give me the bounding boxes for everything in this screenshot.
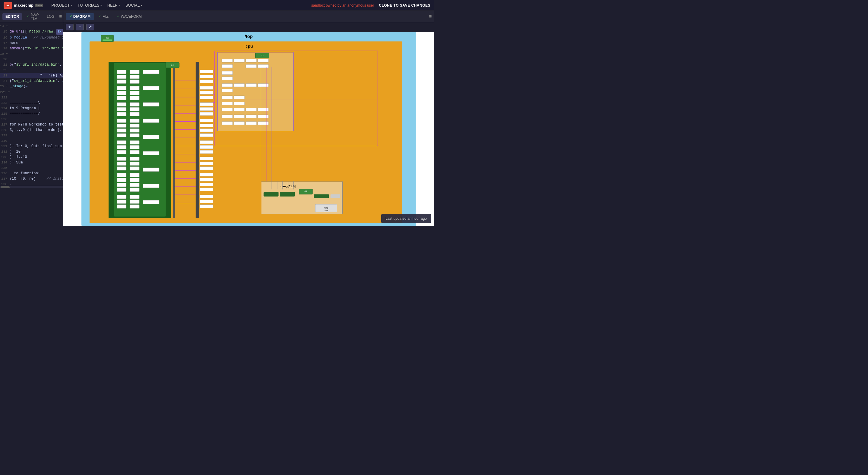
svg-rect-67 — [143, 119, 159, 123]
svg-rect-105 — [200, 133, 213, 137]
svg-rect-23 — [117, 129, 126, 132]
svg-rect-137 — [222, 96, 233, 99]
code-line-235: 235 — [0, 165, 63, 171]
svg-rect-2 — [7, 5, 9, 6]
svg-rect-28 — [117, 157, 126, 161]
svg-rect-52 — [130, 145, 140, 149]
svg-rect-151 — [246, 122, 256, 125]
code-line-16: 16 p_module // (Expanded in Nav-TLV — [0, 35, 63, 40]
editor-tabs: EDITOR ✓ NAV-TLV LOG ⊞ — [0, 11, 63, 22]
zoom-in-button[interactable]: + — [66, 24, 73, 30]
svg-rect-36 — [117, 200, 126, 203]
svg-rect-65 — [143, 86, 159, 90]
editor-scrollbar-thumb[interactable] — [1, 186, 10, 188]
diagram-panel: ✓ DIAGRAM ✓ VIZ ✓ WAVEFORM ⊞ + − ⤢ — [63, 11, 434, 226]
svg-rect-129 — [258, 64, 269, 68]
code-line-231: 231 ): In: 0, Out: final sum — [0, 144, 63, 149]
code-lines: 14 ▾ 15 de_url(['https://raw.githubу E▾ … — [0, 22, 63, 188]
nav-help[interactable]: HELP ▾ — [107, 3, 120, 7]
svg-rect-53 — [130, 150, 140, 154]
svg-rect-118 — [200, 205, 213, 208]
svg-rect-124 — [234, 59, 244, 62]
svg-rect-34 — [117, 188, 126, 192]
svg-rect-32 — [117, 178, 126, 182]
svg-rect-21 — [117, 119, 126, 123]
svg-rect-63 — [130, 205, 140, 209]
svg-text:lcpu: lcpu — [244, 44, 253, 48]
nav-menu: PROJECT ▾ TUTORIALS ▾ HELP ▾ SOCIAL ▾ — [52, 3, 142, 7]
svg-rect-59 — [130, 183, 140, 187]
svg-text:data: data — [324, 209, 328, 212]
code-line-14: 14 ▾ — [0, 24, 63, 29]
code-line-17: 17 here — [0, 40, 63, 46]
tab-diagram[interactable]: ✓ DIAGRAM — [66, 13, 94, 20]
zoom-out-button[interactable]: − — [76, 24, 84, 30]
svg-rect-49 — [130, 129, 140, 132]
svg-rect-102 — [200, 119, 213, 122]
clone-button[interactable]: CLONE TO SAVE CHANGES — [379, 3, 430, 7]
svg-rect-41 — [130, 86, 140, 90]
svg-rect-48 — [130, 124, 140, 128]
svg-rect-71 — [143, 184, 159, 188]
expand-diagram-button[interactable]: ⊞ — [429, 14, 432, 19]
svg-rect-61 — [130, 195, 140, 199]
code-line-237: 237 r10, r0, r0) // Initi — [0, 176, 63, 181]
code-line-236: 236 to function: — [0, 171, 63, 176]
svg-rect-22 — [117, 124, 126, 128]
code-line-232: 232 ): 10 — [0, 149, 63, 155]
svg-rect-57 — [130, 173, 140, 177]
svg-rect-72 — [143, 200, 159, 204]
svg-rect-150 — [234, 122, 244, 125]
svg-rect-68 — [143, 135, 159, 139]
logo-text: makerchip — [14, 3, 33, 7]
svg-rect-62 — [130, 200, 140, 203]
diagram-toolbar: + − ⤢ — [63, 22, 434, 32]
svg-rect-47 — [130, 119, 140, 123]
svg-rect-145 — [222, 115, 233, 118]
code-editor[interactable]: 14 ▾ 15 de_url(['https://raw.githubу E▾ … — [0, 22, 63, 188]
svg-rect-107 — [200, 145, 213, 149]
tab-log[interactable]: LOG — [44, 13, 57, 20]
tab-waveform[interactable]: ✓ WAVEFORM — [113, 13, 145, 20]
svg-rect-37 — [117, 205, 126, 209]
nav-right: sandbox owned by an anonymous user CLONE… — [311, 3, 430, 7]
tab-viz[interactable]: ✓ VIZ — [95, 13, 112, 20]
svg-rect-27 — [117, 150, 126, 154]
svg-rect-99 — [200, 103, 213, 106]
logo-chip — [4, 2, 12, 9]
svg-rect-143 — [246, 108, 256, 111]
svg-rect-98 — [200, 96, 213, 99]
svg-rect-29 — [117, 162, 126, 166]
diagram-check-icon: ✓ — [69, 14, 72, 19]
code-line-221: 221 ▾ — [0, 90, 63, 95]
code-line-21: 21 b("sv_url_inc/data.bin", imemory.m — [0, 62, 63, 67]
diagram-canvas[interactable]: /top lcpu #0 — [63, 32, 434, 226]
tab-nav-tlv[interactable]: ✓ NAV-TLV — [24, 11, 42, 22]
svg-rect-70 — [143, 168, 159, 172]
expand-editor-button[interactable]: ⊞ — [59, 14, 62, 19]
nav-project[interactable]: PROJECT ▾ — [52, 3, 72, 7]
svg-rect-33 — [117, 183, 126, 187]
svg-rect-51 — [130, 141, 140, 144]
svg-rect-58 — [130, 178, 140, 182]
svg-text:#0: #0 — [106, 37, 109, 39]
svg-rect-133 — [222, 89, 233, 92]
editor-scrollbar[interactable] — [0, 186, 63, 188]
svg-rect-40 — [130, 80, 140, 84]
svg-rect-161 — [280, 192, 295, 196]
svg-rect-109 — [200, 157, 213, 160]
tab-editor[interactable]: EDITOR — [2, 13, 22, 20]
diagram-tabs: ✓ DIAGRAM ✓ VIZ ✓ WAVEFORM ⊞ — [63, 11, 434, 22]
svg-rect-114 — [200, 183, 213, 186]
svg-rect-139 — [222, 102, 233, 105]
svg-rect-135 — [246, 83, 256, 87]
svg-text:#2: #2 — [261, 54, 264, 57]
viz-check-icon: ✓ — [99, 14, 101, 19]
code-line-222: 222 — [0, 95, 63, 100]
nav-social[interactable]: SOCIAL ▾ — [125, 3, 142, 7]
svg-rect-15 — [117, 86, 126, 90]
nav-tutorials[interactable]: TUTORIALS ▾ — [78, 3, 102, 7]
expand-badge[interactable]: E▾ — [56, 29, 63, 35]
code-line-20: 20 — [0, 57, 63, 62]
fit-button[interactable]: ⤢ — [86, 24, 94, 30]
